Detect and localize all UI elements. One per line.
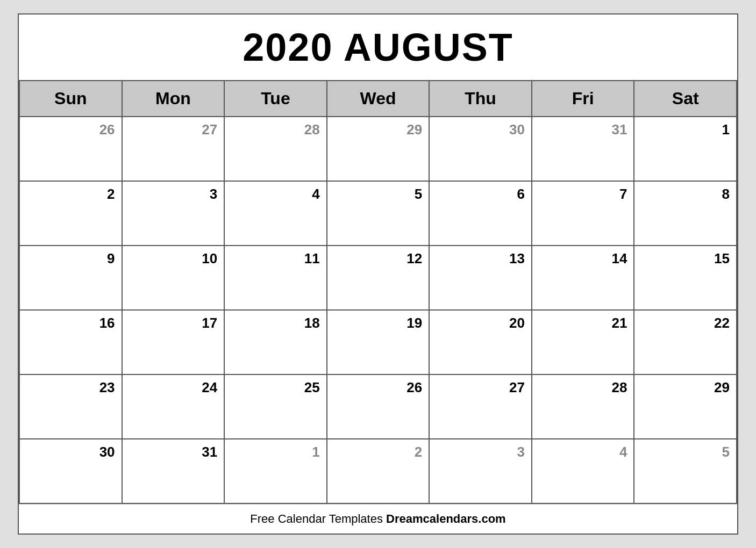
day-cell: 4 xyxy=(531,439,634,504)
day-header-wed: Wed xyxy=(326,81,429,117)
day-cell: 23 xyxy=(19,375,122,439)
day-cell: 26 xyxy=(19,117,122,182)
day-cell: 6 xyxy=(429,182,531,246)
day-cell: 8 xyxy=(633,182,736,246)
day-cell: 14 xyxy=(531,246,634,311)
day-cell: 5 xyxy=(326,182,429,246)
calendar-container: 2020 AUGUST SunMonTueWedThuFriSat2627282… xyxy=(18,13,738,535)
day-cell: 31 xyxy=(531,117,634,182)
day-cell: 4 xyxy=(224,182,326,246)
day-header-tue: Tue xyxy=(224,81,326,117)
day-cell: 27 xyxy=(122,117,224,182)
day-cell: 9 xyxy=(19,246,122,311)
day-cell: 16 xyxy=(19,311,122,375)
day-cell: 31 xyxy=(122,439,224,504)
day-cell: 7 xyxy=(531,182,634,246)
day-cell: 21 xyxy=(531,311,634,375)
day-cell: 10 xyxy=(122,246,224,311)
day-cell: 11 xyxy=(224,246,326,311)
day-cell: 28 xyxy=(224,117,326,182)
day-cell: 3 xyxy=(122,182,224,246)
day-cell: 27 xyxy=(429,375,531,439)
day-cell: 15 xyxy=(633,246,736,311)
day-cell: 22 xyxy=(633,311,736,375)
day-cell: 2 xyxy=(326,439,429,504)
day-cell: 1 xyxy=(633,117,736,182)
footer-bold-text: Dreamcalendars.com xyxy=(386,512,506,525)
day-cell: 20 xyxy=(429,311,531,375)
day-cell: 30 xyxy=(19,439,122,504)
day-cell: 28 xyxy=(531,375,634,439)
day-cell: 5 xyxy=(633,439,736,504)
day-cell: 17 xyxy=(122,311,224,375)
day-header-thu: Thu xyxy=(429,81,531,117)
day-header-sat: Sat xyxy=(633,81,736,117)
day-header-mon: Mon xyxy=(122,81,224,117)
day-cell: 24 xyxy=(122,375,224,439)
day-cell: 19 xyxy=(326,311,429,375)
day-cell: 26 xyxy=(326,375,429,439)
day-header-fri: Fri xyxy=(531,81,634,117)
day-cell: 25 xyxy=(224,375,326,439)
day-cell: 3 xyxy=(429,439,531,504)
day-cell: 12 xyxy=(326,246,429,311)
day-cell: 18 xyxy=(224,311,326,375)
day-cell: 29 xyxy=(326,117,429,182)
day-cell: 1 xyxy=(224,439,326,504)
day-cell: 13 xyxy=(429,246,531,311)
day-cell: 2 xyxy=(19,182,122,246)
footer-normal-text: Free Calendar Templates xyxy=(250,512,386,525)
calendar-footer: Free Calendar Templates Dreamcalendars.c… xyxy=(19,504,737,533)
day-cell: 29 xyxy=(633,375,736,439)
day-cell: 30 xyxy=(429,117,531,182)
day-header-sun: Sun xyxy=(19,81,122,117)
calendar-grid: SunMonTueWedThuFriSat2627282930311234567… xyxy=(19,81,737,504)
calendar-title: 2020 AUGUST xyxy=(19,15,737,81)
